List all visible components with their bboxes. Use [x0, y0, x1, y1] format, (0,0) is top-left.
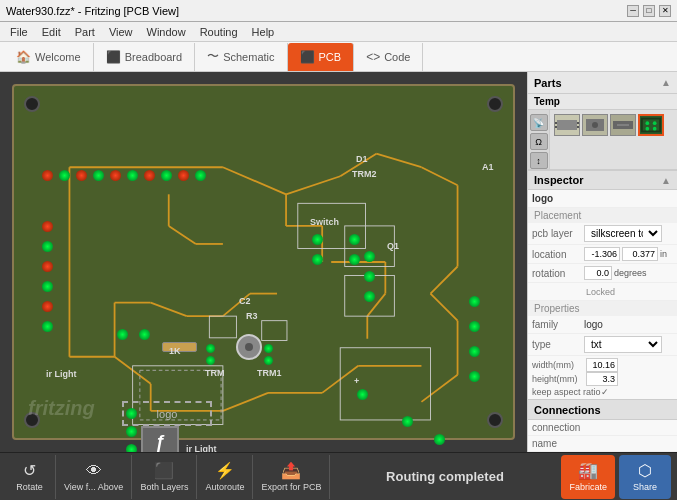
svg-line-7: [430, 267, 457, 294]
tab-welcome-label: Welcome: [35, 51, 81, 63]
tab-pcb[interactable]: ⬛ PCB: [288, 43, 355, 71]
pad: [312, 254, 323, 265]
label-ir-light-bottom: ir Light: [186, 444, 217, 452]
fabricate-button[interactable]: 🏭 Fabricate: [561, 455, 615, 499]
pad: [264, 356, 273, 365]
share-label: Share: [633, 482, 657, 492]
svg-rect-42: [209, 316, 236, 338]
menu-view[interactable]: View: [103, 25, 139, 39]
menubar: File Edit Part View Window Routing Help: [0, 22, 677, 42]
share-button[interactable]: ⬡ Share: [619, 455, 671, 499]
schematic-icon: 〜: [207, 48, 219, 65]
label-c2: C2: [239, 296, 251, 306]
label-1k: 1K: [169, 346, 181, 356]
tab-welcome[interactable]: 🏠 Welcome: [4, 43, 94, 71]
pcb-layer-row: pcb layer silkscreen top copper top copp…: [528, 223, 677, 245]
width-input[interactable]: [586, 358, 618, 372]
pad: [357, 389, 368, 400]
height-field-row: height(mm): [532, 372, 673, 386]
location-x-input[interactable]: [584, 247, 620, 261]
temp-section-label: Temp: [528, 94, 677, 110]
maximize-button[interactable]: □: [643, 5, 655, 17]
autoroute-button[interactable]: ⚡ Autoroute: [197, 455, 253, 499]
menu-file[interactable]: File: [4, 25, 34, 39]
connections-title: Connections: [534, 404, 601, 416]
rotation-input[interactable]: [584, 266, 612, 280]
menu-part[interactable]: Part: [69, 25, 101, 39]
pad: [127, 170, 138, 181]
svg-line-21: [322, 366, 358, 393]
connections-panel: Connections connection name: [528, 399, 677, 452]
main-area: logo ƒ D1 TRM2 A1 Switch Q1 C2 R3 1K TRM…: [0, 72, 677, 452]
pad: [264, 344, 273, 353]
tab-breadboard-label: Breadboard: [125, 51, 183, 63]
inspector-expand-icon[interactable]: ▲: [661, 175, 671, 186]
label-ir-light-left: ir Light: [46, 369, 77, 379]
share-icon: ⬡: [638, 461, 652, 480]
window-controls: ─ □ ✕: [627, 5, 671, 17]
part-chip-2[interactable]: [582, 114, 608, 136]
svg-point-55: [646, 121, 650, 125]
pad: [42, 221, 53, 232]
export-pcb-button[interactable]: 📤 Export for PCB: [253, 455, 330, 499]
type-select[interactable]: txt svg: [584, 336, 662, 353]
omega-icon[interactable]: Ω: [530, 133, 548, 150]
inspector-title: Inspector: [534, 174, 584, 186]
tab-schematic[interactable]: 〜 Schematic: [195, 43, 287, 71]
label-trm2: TRM2: [352, 169, 377, 179]
pad: [139, 329, 150, 340]
location-row: location in: [528, 245, 677, 264]
width-label: width(mm): [532, 360, 584, 370]
label-trm: TRM: [205, 368, 225, 378]
location-label: location: [532, 249, 584, 260]
menu-window[interactable]: Window: [141, 25, 192, 39]
pad: [144, 170, 155, 181]
menu-help[interactable]: Help: [246, 25, 281, 39]
part-chip-3[interactable]: [610, 114, 636, 136]
welcome-icon: 🏠: [16, 50, 31, 64]
pad: [42, 301, 53, 312]
close-button[interactable]: ✕: [659, 5, 671, 17]
pad: [469, 346, 480, 357]
tab-breadboard[interactable]: ⬛ Breadboard: [94, 43, 196, 71]
parts-collapse-icon[interactable]: ▲: [661, 77, 671, 88]
family-label: family: [532, 319, 584, 330]
pcb-layer-select[interactable]: silkscreen top copper top copper bottom: [584, 225, 662, 242]
svg-line-30: [169, 226, 196, 244]
wifi-icon[interactable]: 📡: [530, 114, 548, 131]
menu-edit[interactable]: Edit: [36, 25, 67, 39]
minimize-button[interactable]: ─: [627, 5, 639, 17]
menu-routing[interactable]: Routing: [194, 25, 244, 39]
part-chip-4[interactable]: [638, 114, 664, 136]
connection-row-1: connection: [528, 420, 677, 436]
svg-line-2: [286, 176, 340, 194]
part-chip-1[interactable]: [554, 114, 580, 136]
width-row: width(mm) height(mm) keep aspect ratio✓: [528, 356, 677, 399]
titlebar: Water930.fzz* - Fritzing [PCB View] ─ □ …: [0, 0, 677, 22]
both-layers-button[interactable]: ⬛ Both Layers: [132, 455, 197, 499]
tab-code[interactable]: <> Code: [354, 43, 423, 71]
trimpot-component: [236, 334, 262, 360]
svg-point-50: [592, 122, 598, 128]
pad: [349, 254, 360, 265]
pcb-canvas[interactable]: logo ƒ D1 TRM2 A1 Switch Q1 C2 R3 1K TRM…: [0, 72, 527, 452]
breadboard-icon: ⬛: [106, 50, 121, 64]
pad: [469, 371, 480, 382]
height-input[interactable]: [586, 372, 618, 386]
tab-code-label: Code: [384, 51, 410, 63]
pcb-board[interactable]: logo ƒ D1 TRM2 A1 Switch Q1 C2 R3 1K TRM…: [12, 84, 515, 440]
locked-row: Locked: [528, 283, 677, 301]
arrow-icon[interactable]: ↕: [530, 152, 548, 169]
family-row: family logo: [528, 316, 677, 334]
pad: [161, 170, 172, 181]
label-d1: D1: [356, 154, 368, 164]
rotate-button[interactable]: ↺ Rotate: [4, 455, 56, 499]
location-y-input[interactable]: [622, 247, 658, 261]
svg-point-58: [653, 127, 657, 131]
view-from-above-button[interactable]: 👁 View f... Above: [56, 455, 132, 499]
window-title: Water930.fzz* - Fritzing [PCB View]: [6, 5, 179, 17]
pcb-layer-label: pcb layer: [532, 228, 584, 239]
inspector-header: Inspector ▲: [528, 170, 677, 190]
pad: [206, 344, 215, 353]
right-panel: Parts ▲ Temp 📡 Ω ↕: [527, 72, 677, 452]
